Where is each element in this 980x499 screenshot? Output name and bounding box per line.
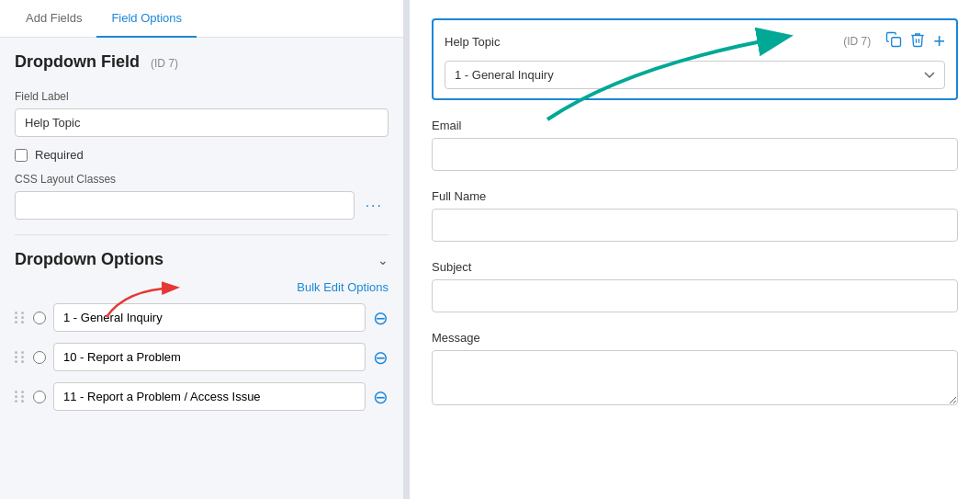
remove-option-2-button[interactable]: ⊖ xyxy=(373,348,389,367)
add-icon[interactable]: + xyxy=(933,29,945,53)
option-radio-1[interactable] xyxy=(33,312,46,324)
required-checkbox-row: Required xyxy=(15,148,389,162)
drag-handle-icon[interactable] xyxy=(15,391,26,403)
field-label-input[interactable] xyxy=(15,108,389,137)
help-topic-actions: (ID 7) + xyxy=(843,29,945,53)
full-name-field-block: Full Name xyxy=(432,189,958,242)
svg-rect-0 xyxy=(892,38,901,47)
section-title: Dropdown Field xyxy=(15,52,140,72)
option-row: ⊖ xyxy=(15,343,389,371)
option-radio-3[interactable] xyxy=(33,391,46,403)
copy-icon[interactable] xyxy=(885,31,902,51)
option-row: ⊖ xyxy=(15,303,389,332)
left-panel: Add Fields Field Options Dropdown Field … xyxy=(0,0,404,499)
email-label: Email xyxy=(432,119,958,132)
option-input-2[interactable] xyxy=(53,343,366,371)
drag-handle-icon[interactable] xyxy=(15,312,26,323)
option-radio-2[interactable] xyxy=(33,351,46,364)
subject-label: Subject xyxy=(432,260,958,274)
subject-input[interactable] xyxy=(432,279,958,312)
css-layout-input[interactable] xyxy=(15,191,355,220)
css-input-row: ··· xyxy=(15,191,389,220)
full-name-input[interactable] xyxy=(432,209,958,242)
remove-option-1-button[interactable]: ⊖ xyxy=(373,309,389,327)
message-label: Message xyxy=(432,331,958,345)
tabs-bar: Add Fields Field Options xyxy=(0,0,403,38)
right-panel: Help Topic (ID 7) + xyxy=(410,0,980,499)
section-id: (ID 7) xyxy=(151,57,178,70)
help-topic-container: Help Topic (ID 7) + xyxy=(432,18,958,100)
email-field-block: Email xyxy=(432,119,958,171)
trash-icon[interactable] xyxy=(909,31,926,51)
tab-add-fields[interactable]: Add Fields xyxy=(11,0,96,38)
message-textarea[interactable] xyxy=(432,350,958,405)
field-label-text: Field Label xyxy=(15,90,389,103)
tab-field-options[interactable]: Field Options xyxy=(96,0,197,38)
remove-option-3-button[interactable]: ⊖ xyxy=(373,388,389,406)
bulk-edit-options-link[interactable]: Bulk Edit Options xyxy=(297,280,389,294)
css-layout-label: CSS Layout Classes xyxy=(15,173,389,186)
help-topic-title: Help Topic xyxy=(445,35,500,49)
required-label: Required xyxy=(35,148,84,162)
option-input-3[interactable] xyxy=(53,382,366,411)
help-topic-id: (ID 7) xyxy=(843,35,871,48)
bulk-edit-row: Bulk Edit Options xyxy=(15,280,389,294)
options-list: ⊖ ⊖ ⊖ xyxy=(15,303,389,411)
subject-field-block: Subject xyxy=(432,260,958,312)
left-content: Dropdown Field (ID 7) Field Label Requir… xyxy=(0,38,403,499)
help-topic-select[interactable]: 1 - General Inquiry xyxy=(445,61,945,89)
dropdown-chevron-icon[interactable]: ⌄ xyxy=(377,253,389,267)
required-checkbox[interactable] xyxy=(15,149,28,162)
css-dots-button[interactable]: ··· xyxy=(360,194,389,218)
dropdown-options-header: Dropdown Options ⌄ xyxy=(15,250,389,269)
email-input[interactable] xyxy=(432,138,958,171)
drag-handle-icon[interactable] xyxy=(15,351,26,363)
help-topic-header: Help Topic (ID 7) + xyxy=(445,29,945,53)
full-name-label: Full Name xyxy=(432,189,958,203)
option-row: ⊖ xyxy=(15,382,389,411)
option-input-1[interactable] xyxy=(53,303,366,332)
dropdown-options-title: Dropdown Options xyxy=(15,250,163,269)
message-field-block: Message xyxy=(432,331,958,408)
